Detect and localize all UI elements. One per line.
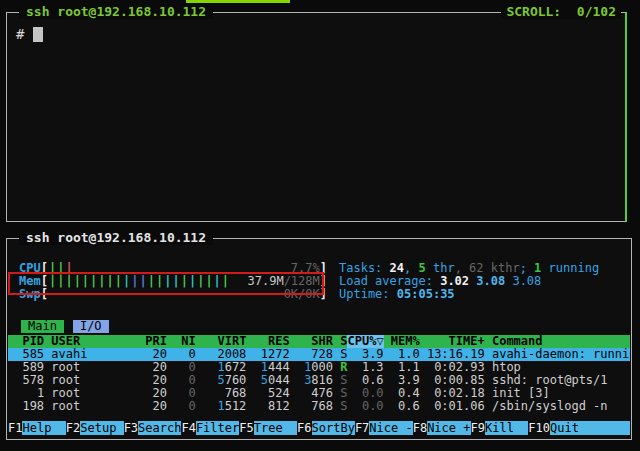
htop-header-area: CPU[|||7.7%]Tasks: 24, 5 thr, 62 kthr; 1… (19, 262, 627, 301)
meter-value-seg: 37.9M (248, 274, 284, 288)
meter-bar: | (140, 275, 148, 288)
fkey-f10[interactable]: F10 (528, 421, 550, 435)
meter-mem: Mem[||||||||||||||||||||||37.9M/128M] (19, 275, 327, 288)
meter-value-seg: 0K/0K (284, 287, 320, 301)
thousands-prefix: 1 (261, 347, 268, 361)
meter-bar: | (49, 275, 57, 288)
stat-seg: , 62 kthr (455, 261, 520, 275)
thousands-prefix: 3 (304, 373, 311, 387)
cell-cpu: 0.0 (347, 400, 383, 413)
meter-label-swp: Swp (19, 288, 41, 301)
meter-bar: | (181, 275, 189, 288)
tab-i-o[interactable]: I/O (73, 320, 109, 333)
stat-seg: Load average: (339, 274, 440, 288)
meter-value-seg: /128M (284, 274, 320, 288)
scroll-label: SCROLL: (506, 4, 561, 19)
meter-bar: | (148, 275, 156, 288)
tab-main[interactable]: Main (21, 320, 64, 333)
pane-title-bottom: ssh root@192.168.10.112 (19, 230, 213, 245)
stat-seg: 05:05:35 (397, 287, 455, 301)
cell-user: root (44, 400, 131, 413)
cell-cmd: /sbin/syslogd -n (485, 400, 630, 413)
fkey-label-filter[interactable]: Filter (196, 421, 239, 435)
fkey-f1[interactable]: F1 (8, 421, 22, 435)
cell-cmd: sshd: root@pts/1 (485, 374, 630, 387)
meter-bar: | (107, 275, 115, 288)
table-body: 585avahi20020081272728S3.91.013:16.19ava… (8, 348, 630, 413)
stat-seg: 3.08 (512, 274, 541, 288)
meter-value-seg: 7.7% (291, 261, 320, 275)
fkey-label-setup[interactable]: Setup (80, 421, 123, 435)
meter-bar: | (172, 275, 180, 288)
stat-seg: Tasks: (339, 261, 390, 275)
fkey-label-help[interactable]: Help (22, 421, 65, 435)
thousands-prefix: 1 (304, 360, 311, 374)
cell-shr: 768 (290, 400, 333, 413)
cell-time: 0:01.06 (420, 400, 485, 413)
cell-res: 812 (246, 400, 289, 413)
meter-bars-mem: |||||||||||||||||||||| (48, 275, 248, 288)
cell-mem: 0.6 (384, 400, 420, 413)
fkey-label-search[interactable]: Search (138, 421, 181, 435)
cell-cmd: htop (485, 361, 630, 374)
fkey-label-quit[interactable]: Quit (550, 421, 630, 435)
stat-uptime: Uptime: 05:05:35 (327, 288, 627, 301)
fkey-label-sortby[interactable]: SortBy (312, 421, 355, 435)
stat-seg: 3.08 (476, 274, 512, 288)
meter-bar: | (98, 275, 106, 288)
fkey-label-tree[interactable]: Tree (254, 421, 297, 435)
fkey-f5[interactable]: F5 (239, 421, 253, 435)
fkey-f8[interactable]: F8 (413, 421, 427, 435)
meter-bar: | (189, 275, 197, 288)
fkey-label-nice-[interactable]: Nice + (427, 421, 470, 435)
scroll-indicator: SCROLL: 0/102 (501, 4, 621, 19)
fkey-label-nice-[interactable]: Nice - (369, 421, 412, 435)
thousands-prefix: 2 (217, 347, 224, 361)
fkey-f4[interactable]: F4 (181, 421, 195, 435)
cell-pri: 20 (131, 400, 167, 413)
meter-bar: | (49, 262, 57, 275)
fkey-f3[interactable]: F3 (124, 421, 138, 435)
column-header-cmd[interactable]: Command (485, 335, 630, 348)
terminal-pane-bottom: ssh root@192.168.10.112 CPU[|||7.7%]Task… (6, 238, 632, 440)
text-cursor (33, 27, 43, 42)
stat-seg: thr (426, 261, 455, 275)
htop-tabs: MainI/O (21, 320, 109, 333)
meter-bar: | (156, 275, 164, 288)
meter-bracket-open: [ (41, 288, 48, 301)
scroll-gap (561, 4, 577, 19)
cell-cmd: avahi-daemon: running (485, 348, 630, 361)
thousands-prefix: 1 (217, 399, 224, 413)
meter-bar: | (222, 275, 230, 288)
stat-seg: 5 (418, 261, 425, 275)
cell-cmd: init [3] (485, 387, 630, 400)
cell-virt: 1512 (196, 400, 247, 413)
meter-value-swp: 0K/0K (284, 288, 320, 301)
terminal-pane-top: ssh root@192.168.10.112 SCROLL: 0/102 # (6, 12, 627, 222)
process-row[interactable]: 198root2001512812768S0.00.60:01.06/sbin/… (8, 400, 630, 413)
top-edge-highlight-bar (186, 0, 290, 3)
meter-bar: | (214, 275, 222, 288)
fkey-f2[interactable]: F2 (66, 421, 80, 435)
fkey-f7[interactable]: F7 (355, 421, 369, 435)
stat-seg: , (404, 261, 418, 275)
stat-seg: running (541, 261, 599, 275)
fkey-label-kill[interactable]: Kill (485, 421, 528, 435)
meter-bar: | (65, 262, 73, 275)
pane-title-top: ssh root@192.168.10.112 (19, 4, 213, 19)
stat-seg: 3.02 (440, 274, 476, 288)
meter-bracket-close: ] (320, 288, 327, 301)
prompt-symbol: # (16, 26, 24, 42)
scroll-value: 0/102 (577, 4, 616, 19)
function-key-bar: F1Help F2Setup F3SearchF4FilterF5Tree F6… (8, 421, 630, 435)
meter-bar: | (82, 275, 90, 288)
fkey-f6[interactable]: F6 (297, 421, 311, 435)
fkey-f9[interactable]: F9 (471, 421, 485, 435)
stat-seg: Uptime: (339, 287, 397, 301)
thousands-prefix: 1 (261, 360, 268, 374)
process-table: PIDUSERPRINIVIRTRESSHRSCPU%▽MEM%TIME+Com… (8, 335, 630, 413)
cell-pid: 198 (8, 400, 44, 413)
meter-bar: | (205, 275, 213, 288)
cell-s: S (333, 400, 347, 413)
thousands-prefix: 5 (261, 373, 268, 387)
